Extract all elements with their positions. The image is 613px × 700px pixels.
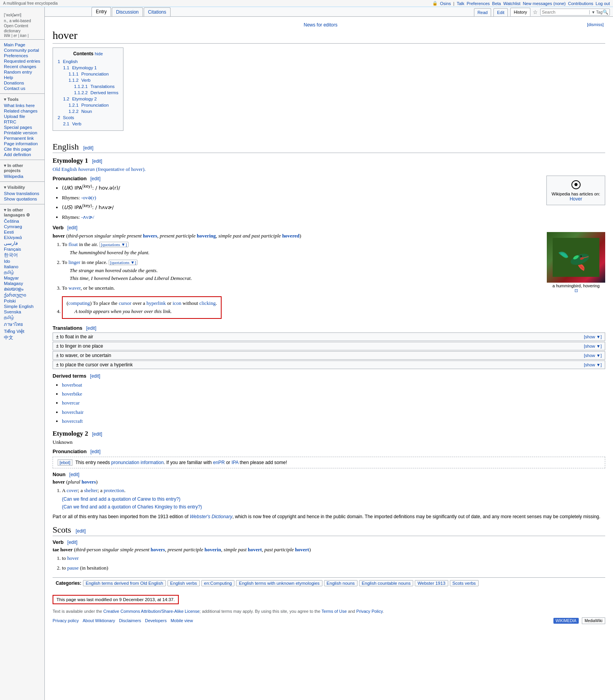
sidebar-item-upload[interactable]: Upload file [0,114,44,119]
float-link[interactable]: float [69,241,78,247]
tab-history[interactable]: History [510,8,530,16]
sidebar-item-print[interactable]: Printable version [0,130,44,135]
sidebar-item-cite[interactable]: Cite this page [0,146,44,152]
cc-license-link[interactable]: Creative Commons Attribution/Share-Alike… [103,609,199,614]
show-btn-1[interactable]: [show ▼] [584,334,602,339]
sidebar-item-wikipedia[interactable]: Wikipedia [0,174,44,179]
sidebar-item-preferences[interactable]: Preferences [0,53,44,58]
enpr-link[interactable]: enPR [213,460,225,465]
tab-read[interactable]: Read [474,8,491,16]
sidebar-item-ta2[interactable]: தமிழ் [0,315,44,320]
image-expand[interactable]: ⊡ [547,288,605,293]
protection-link[interactable]: protection [104,487,124,493]
toc-hide[interactable]: hide [95,51,103,56]
scots-verb-edit-link[interactable]: [edit] [67,540,78,545]
hoverboat-link[interactable]: hoverboat [62,382,82,388]
news-link[interactable]: News for editors [304,22,338,28]
ipa-link[interactable]: IPA [231,460,238,465]
sidebar-item-pl[interactable]: Polski [0,298,44,304]
linger-link[interactable]: linger [69,259,80,265]
sidebar-item-simple[interactable]: Simple English [0,304,44,309]
show-btn-3[interactable]: [show ▼] [584,353,602,358]
sidebar-item-rtrc[interactable]: RTRC [0,119,44,125]
scots-edit-link[interactable]: [edit] [76,528,86,534]
cat-item-3[interactable]: en:Computing [201,580,235,586]
sidebar-item-ka[interactable]: ქართული [0,292,44,298]
cat-item-6[interactable]: English countable nouns [359,580,413,586]
shelter-link[interactable]: shelter [84,487,98,493]
sidebar-item-ta[interactable]: தமிழ் [0,269,44,275]
sidebar-item-vi[interactable]: Tiếng Việt [0,328,44,334]
sidebar-item-hu[interactable]: Magyar [0,275,44,281]
footer-about-link[interactable]: About Wiktionary [83,618,115,623]
scots-hovers-link[interactable]: hovers [151,547,165,552]
etymology2-edit-link[interactable]: [edit] [92,431,102,437]
hoverbike-link[interactable]: hoverbike [62,391,82,397]
hover-def-link[interactable]: hover [67,555,79,561]
hoverchair-link[interactable]: hoverchair [62,409,84,415]
sidebar-item-related-changes[interactable]: Related changes [0,108,44,114]
sidebar-item-sv[interactable]: Svenska [0,309,44,315]
sidebar-item-it[interactable]: Italiano [0,264,44,269]
websters-link[interactable]: Webster's Dictionary [190,514,232,519]
pron-info-link[interactable]: pronunciation information [111,460,164,465]
toc-link-1-2[interactable]: 1.2 Etymology 2 [63,97,97,101]
etymology1-edit-link[interactable]: [edit] [92,158,102,164]
hyperlink-link[interactable]: hyperlink [146,300,166,306]
pause-link[interactable]: pause [67,565,79,571]
contributions-link[interactable]: Contributions [568,1,593,6]
verb-edit-link[interactable]: [edit] [67,225,78,230]
tab-discussion[interactable]: Discussion [112,7,143,16]
cat-item-7[interactable]: Webster 1913 [415,580,448,586]
hovercar-link[interactable]: hovercar [62,400,79,406]
sidebar-item-cy[interactable]: Cymraeg [0,224,44,229]
rhyme-link-2[interactable]: -ʌvɚ/ [81,214,94,220]
toc-link-1-1-2-1[interactable]: 1.1.2.1 Translations [74,84,114,89]
can-we-find-link-1[interactable]: Can we find and add [63,496,106,502]
sidebar-item-th[interactable]: ภาษาไทย [0,320,44,328]
noun-edit-link[interactable]: [edit] [69,472,79,477]
pronunciation-edit-link[interactable]: [edit] [90,176,100,181]
translations-edit-link[interactable]: [edit] [86,325,96,331]
hoverin-link[interactable]: hoverin [204,547,221,552]
cursor-link[interactable]: cursor [119,300,132,306]
sidebar-item-et[interactable]: Eesti [0,229,44,235]
toc-link-1-1-2-2[interactable]: 1.1.2.2 Derived terms [74,90,118,95]
sidebar-item-fa[interactable]: فارسی [0,240,44,246]
tag-dropdown[interactable]: ▼ Tag [589,10,602,14]
sidebar-item-cs[interactable]: Čeština [0,218,44,224]
pronunciation2-edit-link[interactable]: [edit] [90,449,100,454]
sidebar-item-community[interactable]: Community portal [0,47,44,53]
derived-edit-link[interactable]: [edit] [90,373,100,379]
sidebar-item-ml[interactable]: മലയാളം [0,286,44,292]
computing-link[interactable]: computing [68,300,90,306]
toc-link-1-1[interactable]: 1.1 Etymology 1 [63,65,97,70]
can-we-find-link-2[interactable]: Can we find and add [63,504,106,510]
icon-link[interactable]: icon [173,300,181,306]
cover-link[interactable]: cover [67,487,78,493]
beta-link[interactable]: Beta [492,1,501,6]
star-button[interactable]: ☆ [533,9,538,15]
show-btn-4[interactable]: [show ▼] [584,362,602,367]
sidebar-item-page-info[interactable]: Page information [0,141,44,146]
footer-developers-link[interactable]: Developers [145,618,167,623]
dismiss-link[interactable]: [dismiss] [587,22,604,27]
sidebar-item-donations[interactable]: Donations [0,80,44,86]
hovering-link[interactable]: hovering [197,233,216,239]
toc-link-1-1-2[interactable]: 1.1.2 Verb [69,78,90,83]
hovert-link[interactable]: hovert [248,547,262,552]
sidebar-item-special[interactable]: Special pages [0,125,44,130]
cat-item-5[interactable]: English nouns [324,580,358,586]
quotations-1[interactable]: [quotations ▼] [99,242,129,247]
wp-box-link[interactable]: Hover [570,196,582,202]
sidebar-item-show-quotations[interactable]: Show quotations [0,196,44,202]
watchlist-link[interactable]: Watchlist [503,1,520,6]
logout-link[interactable]: Log out [595,1,610,6]
search-input[interactable] [542,10,588,14]
english-edit-link[interactable]: [edit] [83,145,93,151]
toc-link-1-2-1[interactable]: 1.2.1 Pronunciation [69,103,109,107]
quotations-2[interactable]: [quotations ▼] [109,260,138,265]
sidebar-item-zh[interactable]: 中文 [0,334,44,341]
sidebar-item-help[interactable]: Help [0,75,44,80]
tab-citations[interactable]: Citations [144,7,171,16]
